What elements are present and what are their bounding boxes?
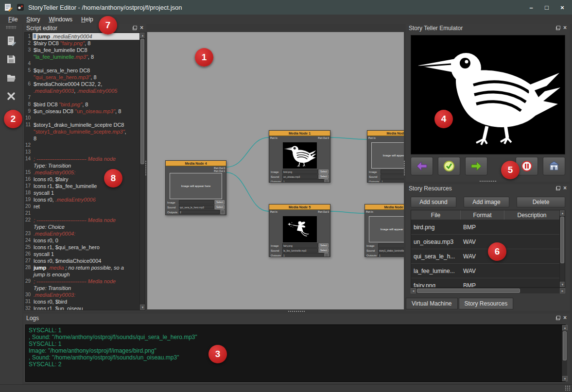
- editor-line[interactable]: 13: [25, 149, 139, 155]
- scroll-down-arrow[interactable]: ▼: [140, 305, 145, 310]
- menu-item-windows[interactable]: Windows: [44, 16, 77, 23]
- editor-line[interactable]: 2$fairy DC8 "fairy.png", 8: [25, 40, 139, 47]
- node-title[interactable]: Media Node 4: [166, 161, 226, 166]
- tab-virtual-machine[interactable]: Virtual Machine: [406, 298, 458, 309]
- table-row[interactable]: bird.pngBMP: [411, 220, 565, 235]
- outputs-spinner[interactable]: [325, 253, 329, 257]
- emulator-titlebar[interactable]: Story Teller Emulator ×: [406, 24, 570, 32]
- scroll-right-arrow[interactable]: ►: [560, 288, 565, 293]
- editor-line[interactable]: 26syscall 1: [25, 251, 139, 257]
- editor-line[interactable]: 29; ---------------------------- Media n…: [25, 278, 139, 285]
- node-graph-canvas[interactable]: Media Node 4 Port Out 0Port Out 1 Image …: [147, 32, 404, 309]
- select-image-button[interactable]: Select: [319, 243, 329, 248]
- port-in-label[interactable]: Port In: [366, 210, 373, 216]
- scroll-left-arrow[interactable]: ◄: [411, 288, 416, 293]
- header-file[interactable]: File: [411, 210, 461, 220]
- splitter-canvas-logs[interactable]: [288, 310, 305, 313]
- editor-vscroll-thumb[interactable]: [140, 39, 144, 164]
- minimize-button[interactable]: –: [525, 2, 537, 12]
- media-node-4[interactable]: Media Node 4 Port Out 0Port Out 1 Image …: [165, 160, 226, 215]
- sound-value-field[interactable]: [381, 174, 404, 179]
- table-hscroll-thumb[interactable]: [417, 289, 520, 293]
- editor-line[interactable]: Type: Transition: [25, 285, 139, 291]
- editor-line[interactable]: 12: [25, 142, 139, 149]
- image-value-field[interactable]: fairy.png: [282, 243, 318, 248]
- close-button[interactable]: ×: [556, 2, 568, 12]
- port-out-0-label[interactable]: Port Out 0: [318, 210, 329, 213]
- script-editor[interactable]: 1jump .mediaEntry00042$fairy DC8 "fairy.…: [24, 32, 145, 310]
- logs-output[interactable]: SYSCALL: 1, Sound: "/home/anthony/ostpro…: [25, 324, 566, 382]
- editor-line[interactable]: 16lcons r0, $fairy: [25, 176, 139, 183]
- open-project-button[interactable]: [4, 71, 18, 85]
- node-title[interactable]: Media Node 2: [367, 131, 404, 136]
- editor-line[interactable]: 17lcons r1, $la_fee_luminelle: [25, 183, 139, 189]
- select-image-button[interactable]: Select: [319, 170, 329, 174]
- editor-vscrollbar[interactable]: ▲ ▼: [139, 33, 145, 310]
- select-image-button[interactable]: Select: [215, 200, 225, 205]
- scroll-up-arrow[interactable]: ▲: [140, 33, 145, 38]
- save-button[interactable]: [4, 52, 18, 66]
- editor-line[interactable]: 22; ---------------------------- Media n…: [25, 217, 139, 223]
- table-hscrollbar[interactable]: ◄ ►: [411, 288, 565, 293]
- scroll-down-arrow[interactable]: ▼: [562, 376, 568, 381]
- float-panel-icon[interactable]: [556, 26, 560, 30]
- script-editor-titlebar[interactable]: Script editor ×: [23, 24, 146, 32]
- editor-line[interactable]: 28jump .media ; no return possible, so a: [25, 264, 139, 271]
- outputs-spinner[interactable]: [325, 179, 329, 183]
- editor-line[interactable]: 5$qui_sera_le_hero DC8: [25, 67, 139, 74]
- port-in-label[interactable]: Port In: [368, 136, 376, 142]
- table-vscroll-thumb[interactable]: [560, 217, 564, 263]
- title-bar[interactable]: StoryTeller Editor - /home/anthony/ostpr…: [0, 0, 572, 15]
- outputs-value-field[interactable]: 2: [179, 210, 220, 214]
- sound-value-field[interactable]: un_oiseau.mp3: [282, 174, 318, 179]
- node-title[interactable]: Media Node 5: [269, 205, 330, 210]
- validate-button[interactable]: [438, 157, 460, 175]
- float-panel-icon[interactable]: [556, 186, 560, 190]
- close-panel-icon[interactable]: ×: [563, 186, 567, 190]
- editor-line[interactable]: Type: Transition: [25, 162, 139, 169]
- pause-button[interactable]: [516, 157, 538, 175]
- editor-line[interactable]: .mediaEntry0003, .mediaEntry0005: [25, 87, 139, 94]
- sound-value-field[interactable]: la_fee_luminelle.mp3: [282, 248, 318, 253]
- tab-story-resources[interactable]: Story Resources: [459, 298, 514, 309]
- next-button[interactable]: [465, 157, 487, 175]
- port-in-label[interactable]: Port In: [270, 210, 277, 216]
- splitter-editor-canvas[interactable]: [145, 160, 147, 176]
- scroll-up-arrow[interactable]: ▲: [562, 325, 568, 330]
- editor-line[interactable]: 9$un_oiseau DC8 "un_oiseau.mp3", 8: [25, 108, 139, 115]
- editor-line[interactable]: 20ret: [25, 203, 139, 210]
- media-node-5[interactable]: Media Node 5 Port In Port Out 0 Imagefai…: [269, 204, 330, 257]
- editor-line[interactable]: 30.mediaEntry0003:: [25, 291, 139, 298]
- menu-item-file[interactable]: File: [4, 16, 22, 23]
- table-row[interactable]: qui_sera_le_h...WAV: [411, 249, 565, 264]
- editor-line[interactable]: 6$mediaChoice0004 DC32, 2,: [25, 81, 139, 87]
- add-image-button[interactable]: Add image: [464, 197, 509, 207]
- editor-line[interactable]: 11$story1_drako_luminelle_sceptre DC8: [25, 121, 139, 128]
- media-node-3[interactable]: Media Node 3 Port In Port Out 0 Image wi…: [364, 204, 404, 257]
- toolbar-drag-handle[interactable]: [6, 26, 17, 29]
- editor-line[interactable]: 23.mediaEntry0004:: [25, 230, 139, 237]
- scroll-up-arrow[interactable]: ▲: [560, 210, 565, 216]
- delete-button[interactable]: Delete: [517, 197, 565, 207]
- media-node-2[interactable]: Media Node 2 Port In Port Out 0 Image wi…: [367, 130, 404, 183]
- editor-line[interactable]: 3$la_fee_luminelle DC8: [25, 47, 139, 53]
- splitter-canvas-right[interactable]: [403, 160, 406, 176]
- logs-vscrollbar[interactable]: ▲ ▼: [562, 325, 567, 381]
- select-sound-button[interactable]: Select: [319, 174, 329, 179]
- table-row[interactable]: fairy.pngBMP: [411, 278, 565, 288]
- sound-value-field[interactable]: qui_sera_le_hero.mp3: [179, 205, 214, 209]
- image-value-field[interactable]: [381, 170, 404, 174]
- editor-line[interactable]: 31lcons r0, $bird: [25, 298, 139, 305]
- image-value-field[interactable]: [378, 243, 404, 248]
- logs-titlebar[interactable]: Logs ×: [23, 314, 570, 322]
- menu-item-help[interactable]: Help: [77, 16, 98, 23]
- header-description[interactable]: Description: [504, 210, 560, 220]
- close-panel-icon[interactable]: ×: [140, 26, 143, 30]
- sound-value-field[interactable]: story1_drako_luminelle_sceptre.mp3: [378, 248, 404, 253]
- run-story-button[interactable]: [4, 108, 18, 121]
- image-value-field[interactable]: bird.png: [282, 170, 318, 174]
- editor-line[interactable]: 1jump .mediaEntry0004: [25, 33, 139, 40]
- editor-line[interactable]: 21: [25, 210, 139, 217]
- editor-line[interactable]: Type: Choice: [25, 223, 139, 230]
- close-panel-icon[interactable]: ×: [563, 26, 567, 30]
